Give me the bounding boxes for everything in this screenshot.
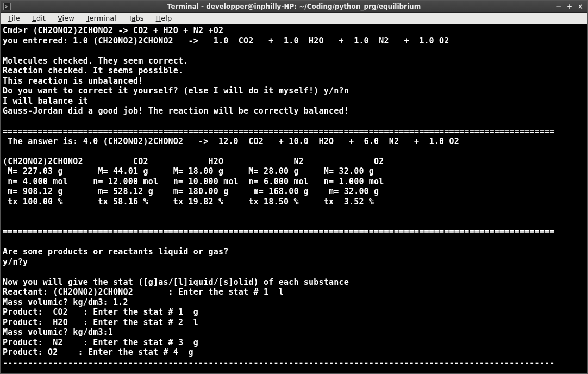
- term-line: ========================================…: [3, 227, 554, 236]
- term-line: (CH2ONO2)2CHONO2 CO2 H2O N2 O2: [3, 157, 384, 166]
- maximize-button[interactable]: +: [566, 3, 573, 10]
- menubar: File Edit View Terminal Tabs Help: [1, 13, 587, 24]
- term-line: Mass volumic? kg/dm3: 1.2: [3, 297, 128, 307]
- terminal-output[interactable]: Cmd>r (CH2ONO2)2CHONO2 -> CO2 + H2O + N2…: [1, 24, 587, 373]
- term-line: n= 4.000 mol n= 12.000 mol n= 10.000 mol…: [3, 177, 384, 186]
- term-line: m= 908.12 g m= 528.12 g m= 180.00 g m= 1…: [3, 186, 379, 196]
- term-line: Are some products or reactants liquid or…: [3, 247, 228, 257]
- menu-terminal[interactable]: Terminal: [81, 13, 122, 23]
- term-line: Now you will give the stat ([g]as/[l]iqu…: [3, 277, 349, 287]
- term-line: The answer is: 4.0 (CH2ONO2)2CHONO2 -> 1…: [3, 136, 459, 146]
- term-line: This reaction is unbalanced!: [3, 76, 143, 86]
- term-line: Reactant: (CH2ONO2)2CHONO2 : Enter the s…: [3, 287, 284, 297]
- menu-view[interactable]: View: [52, 13, 80, 23]
- term-line: Do you want to correct it yourself? (els…: [3, 86, 349, 96]
- term-line: Product: N2 : Enter the stat # 3 g: [3, 338, 198, 347]
- term-line: Reaction checked. It seems possible.: [3, 66, 183, 76]
- svg-text:>_: >_: [5, 4, 11, 9]
- term-line: I will balance it: [3, 96, 88, 106]
- menu-help[interactable]: Help: [151, 13, 178, 23]
- term-line: Product: H2O : Enter the stat # 2 l: [3, 317, 198, 327]
- minimize-button[interactable]: −: [555, 3, 562, 10]
- close-button[interactable]: ×: [577, 3, 584, 10]
- menu-file[interactable]: File: [3, 13, 26, 23]
- term-line: ----------------------------------------…: [3, 358, 554, 367]
- menu-edit[interactable]: Edit: [27, 13, 51, 23]
- term-line: Cmd>r (CH2ONO2)2CHONO2 -> CO2 + H2O + N2…: [3, 26, 223, 35]
- term-line: you entrered: 1.0 (CH2ONO2)2CHONO2 -> 1.…: [3, 36, 449, 46]
- term-line: y/n?y: [3, 257, 28, 267]
- titlebar[interactable]: >_ Terminal - developper@inphilly-HP: ~/…: [1, 1, 587, 13]
- terminal-window: >_ Terminal - developper@inphilly-HP: ~/…: [0, 0, 588, 374]
- term-line: Product: CO2 : Enter the stat # 1 g: [3, 307, 198, 317]
- term-line: M= 227.03 g M= 44.01 g M= 18.00 g M= 28.…: [3, 166, 374, 176]
- term-line: Molecules checked. They seem correct.: [3, 56, 189, 66]
- term-line: Gauss-Jordan did a good job! The reactio…: [3, 106, 349, 116]
- menu-tabs[interactable]: Tabs: [123, 13, 149, 23]
- window-controls: − + ×: [555, 3, 587, 10]
- term-line: Product: O2 : Enter the stat # 4 g: [3, 347, 193, 357]
- term-line: tx 100.00 % tx 58.16 % tx 19.82 % tx 18.…: [3, 197, 374, 207]
- terminal-icon: >_: [3, 2, 11, 11]
- term-line: ========================================…: [3, 126, 554, 136]
- window-title: Terminal - developper@inphilly-HP: ~/Cod…: [1, 3, 587, 10]
- term-line: Mass volumic? kg/dm3:1: [3, 327, 113, 337]
